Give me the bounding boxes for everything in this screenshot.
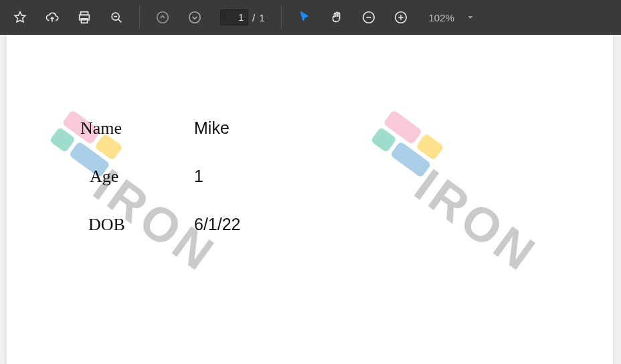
search-icon[interactable] [100, 0, 132, 35]
watermark-text: IRON [405, 158, 547, 282]
current-page-input[interactable] [220, 9, 248, 25]
dob-value: 6/1/22 [194, 215, 241, 234]
cloud-upload-icon[interactable] [36, 0, 68, 35]
zoom-in-icon[interactable] [385, 0, 417, 35]
age-value: 1 [194, 167, 203, 186]
field-row-age: Age 1 [80, 167, 241, 215]
pdf-page: IRON IRON Name Mike Age 1 DOB 6/1/22 [7, 35, 613, 364]
separator [281, 6, 282, 29]
zoom-out-icon[interactable] [353, 0, 385, 35]
dob-label: DOB [80, 215, 194, 235]
print-icon[interactable] [68, 0, 100, 35]
name-value: Mike [194, 118, 230, 138]
total-pages: 1 [259, 12, 264, 23]
select-tool-icon[interactable] [288, 0, 321, 35]
name-label: Name [80, 118, 194, 139]
form-fields: Name Mike Age 1 DOB 6/1/22 [80, 118, 241, 263]
watermark: IRON [345, 106, 458, 218]
pdf-toolbar: / 1 102% [0, 0, 621, 35]
zoom-level-value: 102% [429, 12, 454, 23]
chevron-down-icon [466, 12, 474, 23]
field-row-dob: DOB 6/1/22 [80, 215, 241, 263]
separator [139, 6, 140, 29]
page-indicator: / 1 [220, 9, 265, 25]
document-area: IRON IRON Name Mike Age 1 DOB 6/1/22 [0, 35, 621, 364]
age-label: Age [80, 167, 194, 187]
star-icon[interactable] [4, 0, 36, 35]
page-up-icon[interactable] [147, 0, 179, 35]
svg-point-5 [189, 12, 201, 23]
svg-rect-2 [81, 19, 87, 23]
field-row-name: Name Mike [80, 118, 241, 167]
page-down-icon[interactable] [179, 0, 211, 35]
svg-point-4 [157, 12, 169, 23]
zoom-level-dropdown[interactable]: 102% [417, 12, 481, 23]
page-separator: / [252, 12, 255, 23]
hand-tool-icon[interactable] [321, 0, 353, 35]
